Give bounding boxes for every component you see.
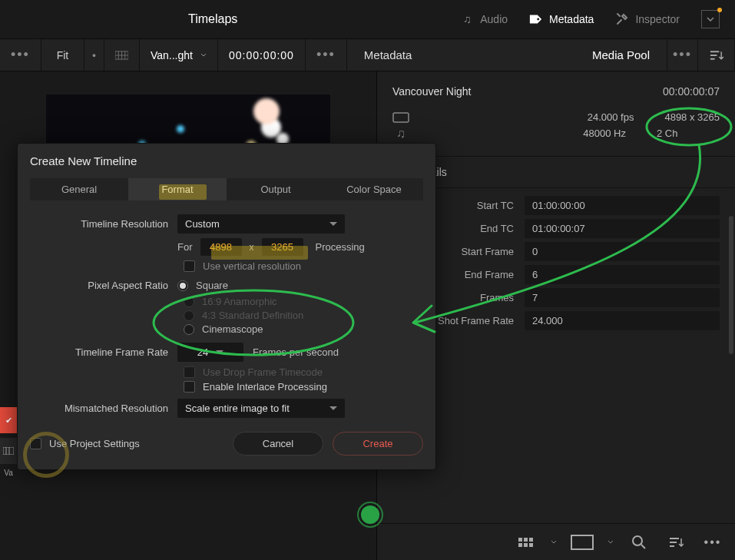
svg-rect-12 bbox=[393, 113, 409, 122]
drop-frame-checkbox bbox=[184, 366, 195, 378]
framerate-label: Timeline Frame Rate bbox=[30, 346, 177, 358]
detail-value[interactable]: 7 bbox=[525, 288, 720, 307]
panel-tab-mediapool[interactable]: Media Pool bbox=[592, 48, 650, 61]
menu-metadata[interactable]: Metadata bbox=[529, 12, 594, 26]
sort-media-button[interactable] bbox=[664, 531, 687, 554]
thumbnail-view-button[interactable] bbox=[514, 531, 537, 554]
use-project-settings-checkbox[interactable] bbox=[30, 438, 41, 449]
detail-value[interactable]: 01:00:00:07 bbox=[525, 219, 720, 238]
tag-icon bbox=[529, 12, 543, 26]
metadata-options-menu[interactable]: ••• bbox=[667, 39, 698, 71]
timeline-resolution-select[interactable]: Custom bbox=[177, 214, 345, 234]
create-button[interactable]: Create bbox=[333, 432, 423, 456]
detail-value[interactable]: 6 bbox=[525, 265, 720, 284]
tab-general[interactable]: General bbox=[30, 178, 128, 200]
aspect-view-button[interactable] bbox=[571, 531, 594, 554]
panel-title-metadata: Metadata bbox=[364, 48, 412, 61]
use-vertical-checkbox[interactable] bbox=[184, 260, 195, 272]
metadata-audio-rate: 48000 Hz bbox=[583, 128, 626, 139]
framerate-suffix: Frames per second bbox=[253, 346, 339, 358]
detail-row: End TC01:00:00:07 bbox=[392, 219, 720, 238]
svg-line-14 bbox=[641, 545, 645, 548]
video-icon bbox=[392, 112, 409, 123]
framerate-select[interactable]: 24 bbox=[177, 343, 243, 362]
menu-audio-label: Audio bbox=[480, 13, 508, 25]
tab-format[interactable]: Format bbox=[128, 178, 227, 200]
resolution-height-field[interactable]: 3265 bbox=[262, 238, 303, 256]
for-label: For bbox=[177, 241, 193, 253]
zoom-fit-button[interactable]: Fit bbox=[41, 39, 84, 71]
viewer-options-menu[interactable]: ••• bbox=[0, 39, 41, 71]
marker-indicator: ● bbox=[84, 39, 104, 71]
metadata-fps: 24.000 fps bbox=[588, 111, 634, 123]
par-43-radio bbox=[184, 310, 194, 321]
pixel-aspect-label: Pixel Aspect Ratio bbox=[30, 280, 177, 291]
chevron-down-icon bbox=[216, 350, 223, 354]
detail-row: Frames7 bbox=[392, 288, 720, 307]
create-timeline-dialog: Create New Timeline General Format Outpu… bbox=[17, 143, 436, 470]
grid-view-icon[interactable] bbox=[104, 39, 140, 71]
search-button[interactable] bbox=[627, 531, 651, 554]
detail-value[interactable]: 01:00:00:00 bbox=[525, 196, 720, 215]
menu-inspector-label: Inspector bbox=[635, 13, 680, 25]
x-separator: x bbox=[250, 242, 254, 253]
media-pool-more-menu[interactable]: ••• bbox=[701, 531, 724, 554]
use-vertical-label: Use vertical resolution bbox=[203, 260, 301, 272]
timecode-display[interactable]: 00:00:00:00 bbox=[218, 39, 306, 71]
menu-metadata-label: Metadata bbox=[549, 13, 594, 25]
chevron-down-icon[interactable] bbox=[551, 540, 557, 544]
sort-button[interactable] bbox=[698, 39, 735, 71]
metadata-clip-name: Vancouver Night bbox=[392, 85, 471, 98]
detail-row: Start TC01:00:00:00 bbox=[392, 196, 720, 215]
par-cinemascope-radio[interactable] bbox=[184, 324, 194, 335]
resolution-width-field[interactable]: 4898 bbox=[200, 238, 242, 256]
viewer-more-menu[interactable]: ••• bbox=[306, 39, 347, 71]
use-project-settings-label: Use Project Settings bbox=[49, 438, 140, 449]
svg-rect-9 bbox=[3, 447, 14, 455]
panel-options-dropdown[interactable] bbox=[701, 10, 720, 28]
video-track-toggle[interactable]: ✔ bbox=[0, 407, 17, 433]
audio-icon: ♫ bbox=[392, 128, 409, 139]
par-169-radio bbox=[184, 297, 194, 307]
dialog-title: Create New Timeline bbox=[30, 154, 423, 167]
tab-colorspace[interactable]: Color Space bbox=[325, 178, 423, 200]
metadata-scrollbar[interactable] bbox=[729, 216, 733, 354]
cancel-button[interactable]: Cancel bbox=[233, 432, 323, 456]
detail-value[interactable]: 0 bbox=[525, 242, 720, 261]
media-pool-toolbar: ••• bbox=[377, 523, 735, 560]
chevron-down-icon[interactable] bbox=[608, 540, 614, 544]
detail-value[interactable]: 24.000 bbox=[525, 311, 720, 330]
music-note-icon: ♫ bbox=[460, 12, 474, 26]
interlace-checkbox[interactable] bbox=[184, 381, 195, 393]
par-43-label: 4:3 Standard Definition bbox=[202, 310, 303, 321]
par-cinemascope-label: Cinemascope bbox=[202, 323, 263, 335]
detail-row: Shot Frame Rate24.000 bbox=[392, 311, 720, 330]
dialog-tabs: General Format Output Color Space bbox=[30, 178, 423, 200]
metadata-duration: 00:00:00:07 bbox=[663, 85, 720, 98]
chevron-down-icon bbox=[329, 222, 337, 226]
top-menu-bar: Timelaps ♫ Audio Metadata Inspector bbox=[0, 0, 735, 39]
mismatch-select[interactable]: Scale entire image to fit bbox=[177, 399, 345, 418]
svg-point-13 bbox=[633, 536, 642, 545]
mismatch-label: Mismatched Resolution bbox=[30, 403, 177, 414]
detail-row: End Frame6 bbox=[392, 265, 720, 284]
processing-label: Processing bbox=[316, 241, 365, 253]
tab-output[interactable]: Output bbox=[227, 178, 325, 200]
tools-icon bbox=[615, 12, 629, 26]
timeline-resolution-label: Timeline Resolution bbox=[30, 218, 177, 230]
track-sidebar: ✔ Va bbox=[0, 407, 17, 477]
timeline-track-icon[interactable] bbox=[0, 438, 17, 464]
clip-name-label: Van...ght bbox=[151, 49, 193, 61]
track-label: Va bbox=[0, 469, 17, 477]
drop-frame-label: Use Drop Frame Timecode bbox=[203, 366, 323, 378]
chevron-down-icon bbox=[329, 406, 337, 410]
par-square-label: Square bbox=[196, 280, 228, 291]
par-169-label: 16:9 Anamorphic bbox=[202, 296, 277, 307]
clip-name-dropdown[interactable]: Van...ght bbox=[140, 39, 218, 71]
menu-inspector[interactable]: Inspector bbox=[615, 12, 680, 26]
menu-audio[interactable]: ♫ Audio bbox=[460, 12, 508, 26]
detail-row: Start Frame0 bbox=[392, 242, 720, 261]
par-square-radio[interactable] bbox=[177, 280, 188, 291]
metadata-channels: 2 Ch bbox=[657, 128, 720, 139]
viewer-toolbar: ••• Fit ● Van...ght 00:00:00:00 ••• Meta… bbox=[0, 39, 735, 71]
